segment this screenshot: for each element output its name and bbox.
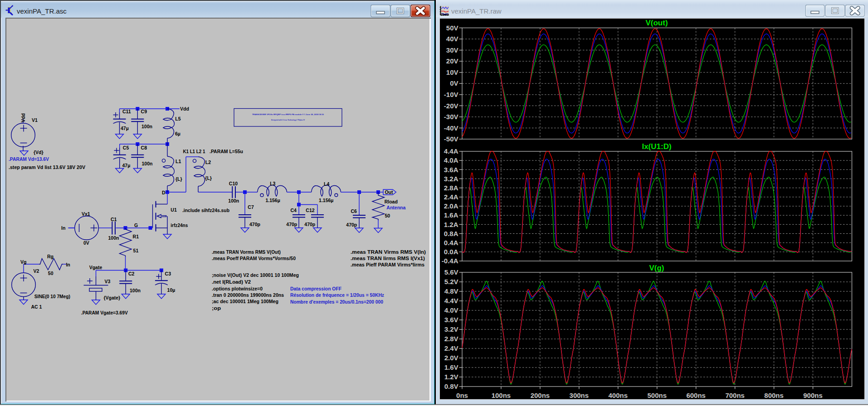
svg-text:3.6V: 3.6V	[444, 316, 458, 324]
svg-text:1.2A: 1.2A	[444, 221, 458, 228]
svg-text:V(out): V(out)	[645, 19, 668, 27]
svg-text:3.6A: 3.6A	[444, 166, 458, 174]
svg-text:V3: V3	[104, 279, 110, 284]
svg-text:V2: V2	[33, 268, 39, 274]
svg-text:.meas TRAN Iirms RMS I(Vx1): .meas TRAN Iirms RMS I(Vx1)	[351, 256, 425, 261]
svg-text:L5: L5	[175, 116, 180, 121]
svg-text:3.2A: 3.2A	[444, 175, 458, 183]
svg-text:Antenna: Antenna	[386, 205, 405, 210]
svg-text:.net I(RLoad) V2: .net I(RLoad) V2	[212, 279, 251, 285]
svg-text:C7: C7	[248, 204, 254, 210]
svg-text:10V: 10V	[446, 68, 458, 76]
svg-text:2.4V: 2.4V	[444, 344, 458, 352]
svg-text:.tran 0 200000ns 199000ns 20ns: .tran 0 200000ns 199000ns 20ns	[212, 292, 284, 298]
svg-text:100n: 100n	[142, 161, 153, 166]
svg-text:Rload: Rload	[385, 199, 398, 204]
svg-text:C2: C2	[128, 271, 135, 276]
svg-text:.meas TRAN Virms RMS V(In): .meas TRAN Virms RMS V(In)	[351, 249, 426, 255]
svg-text:K1 L1 L2 1: K1 L1 L2 1	[183, 149, 205, 154]
svg-text:0.8A: 0.8A	[444, 230, 458, 237]
svg-text:900ns: 900ns	[803, 392, 823, 399]
svg-text:2.0V: 2.0V	[444, 354, 458, 362]
svg-text:0.4A: 0.4A	[444, 239, 458, 246]
svg-text:47µ: 47µ	[121, 126, 129, 131]
svg-text:5.2V: 5.2V	[444, 278, 458, 285]
svg-text:20V: 20V	[446, 57, 458, 65]
svg-text:6µ: 6µ	[175, 131, 180, 136]
svg-text:100n: 100n	[228, 198, 239, 203]
svg-text:4.4V: 4.4V	[444, 297, 458, 304]
svg-text:50: 50	[385, 213, 390, 218]
svg-text:2.4A: 2.4A	[444, 193, 458, 201]
svg-text:51: 51	[133, 248, 139, 253]
svg-text:Rg: Rg	[47, 254, 54, 259]
svg-text:{L}: {L}	[205, 175, 212, 181]
svg-text:Nombre d'exemples = 20us/0.1ns: Nombre d'exemples = 20us/0.1ns=200 000	[290, 299, 383, 304]
svg-text:SINE(0 10 7Meg): SINE(0 10 7Meg)	[34, 294, 70, 299]
svg-text:4.0A: 4.0A	[444, 156, 458, 164]
svg-text:.meas Pieff PARAM Virms*Iirms: .meas Pieff PARAM Virms*Iirms	[351, 262, 424, 267]
svg-text:1.6A: 1.6A	[444, 211, 458, 219]
svg-text:-20V: -20V	[444, 102, 458, 110]
svg-text:Vgate: Vgate	[89, 265, 102, 270]
svg-text:In: In	[61, 225, 65, 231]
svg-text:30V: 30V	[446, 46, 458, 54]
svg-text:C12: C12	[306, 208, 314, 213]
svg-text:{Vd}: {Vd}	[34, 150, 44, 155]
svg-text:-40V: -40V	[444, 124, 458, 132]
svg-text:1.6V: 1.6V	[444, 363, 458, 371]
svg-text:G: G	[134, 222, 138, 228]
svg-text:100ns: 100ns	[492, 392, 511, 399]
svg-text:0ns: 0ns	[456, 392, 468, 399]
svg-text:vexinPA_TR.raw: vexinPA_TR.raw	[451, 7, 502, 15]
svg-text:470p: 470p	[346, 222, 357, 227]
svg-text:C1: C1	[111, 217, 117, 222]
svg-text:0V: 0V	[83, 240, 89, 246]
svg-text:vexinPA_TR.asc: vexinPA_TR.asc	[17, 7, 67, 15]
svg-text:{L}: {L}	[176, 176, 182, 182]
svg-text:Vg: Vg	[20, 259, 26, 265]
svg-text:300ns: 300ns	[570, 392, 589, 399]
svg-text:TRANSCEIVER VFO/In RF/QRP issu: TRANSCEIVER VFO/In RF/QRP issu RRPG PA m…	[252, 113, 324, 116]
svg-text:U1: U1	[171, 207, 177, 213]
svg-text:0V: 0V	[450, 79, 458, 87]
svg-text:L4: L4	[324, 181, 329, 187]
svg-text:100n: 100n	[108, 235, 119, 241]
svg-text:1.156µ: 1.156µ	[265, 198, 280, 203]
svg-text:200ns: 200ns	[531, 392, 550, 399]
svg-text:10µ: 10µ	[167, 287, 176, 293]
svg-text:.meas Poeff PARAM Vorms*Vorms/: .meas Poeff PARAM Vorms*Vorms/50	[212, 256, 296, 261]
svg-text:L3: L3	[270, 181, 275, 186]
svg-text:1.156µ: 1.156µ	[319, 198, 333, 203]
svg-text:-50V: -50V	[444, 135, 458, 143]
svg-text:.options plotwinsize=0: .options plotwinsize=0	[212, 286, 263, 291]
svg-text:V(g): V(g)	[649, 264, 664, 272]
svg-text:.meas TRAN Vorms RMS V(Out): .meas TRAN Vorms RMS V(Out)	[212, 249, 281, 255]
svg-text:;ac dec 100001 1Meg 100Meg: ;ac dec 100001 1Meg 100Meg	[212, 299, 278, 304]
svg-text:700ns: 700ns	[725, 392, 745, 399]
svg-text:Vx1: Vx1	[82, 211, 90, 217]
svg-text:600ns: 600ns	[686, 392, 706, 399]
svg-text:0.8V: 0.8V	[444, 382, 458, 390]
svg-text:Designed with I.I issu Technol: Designed with I.I issu Technology I TXpl…	[271, 119, 305, 121]
svg-text:Vdd: Vdd	[180, 106, 189, 111]
svg-text:400ns: 400ns	[609, 392, 628, 399]
svg-text:C4: C4	[290, 208, 297, 213]
svg-text:-10V: -10V	[444, 91, 458, 98]
svg-text:2.0A: 2.0A	[444, 202, 458, 210]
svg-text:4.8V: 4.8V	[444, 287, 458, 295]
svg-text:.PARAM Vgate=3.69V: .PARAM Vgate=3.69V	[81, 310, 128, 315]
svg-text:L2: L2	[205, 160, 211, 165]
svg-text:;noise V(Out) V2 dec 10001 10: ;noise V(Out) V2 dec 10001 10 100Meg	[212, 272, 299, 278]
svg-text:R1: R1	[133, 234, 139, 239]
svg-text:4.0V: 4.0V	[444, 306, 458, 314]
svg-text:C10: C10	[229, 181, 238, 186]
svg-text:L1: L1	[176, 159, 181, 164]
svg-text:470p: 470p	[249, 222, 260, 227]
svg-text:Vdd: Vdd	[20, 113, 26, 122]
svg-text:500ns: 500ns	[647, 392, 667, 399]
svg-text:AC 1: AC 1	[31, 304, 42, 309]
svg-text:C9: C9	[141, 109, 147, 114]
svg-text:100n: 100n	[141, 124, 152, 129]
svg-text:D: D	[162, 190, 166, 195]
